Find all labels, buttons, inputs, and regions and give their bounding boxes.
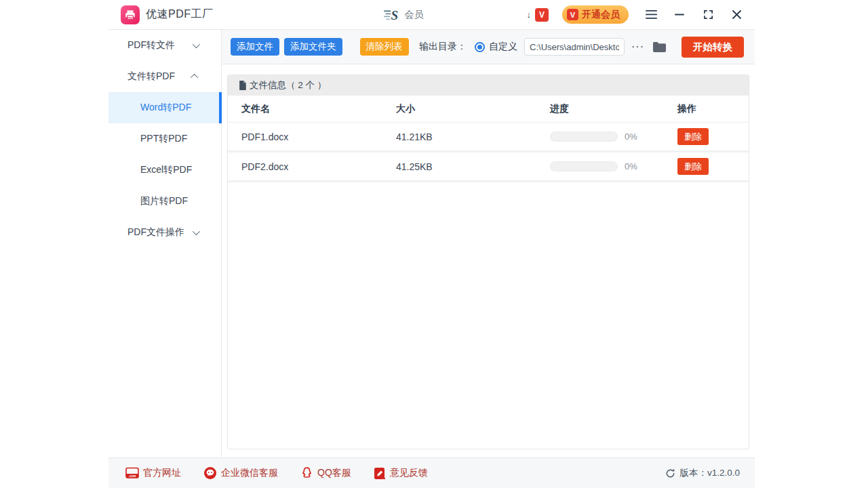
file-size: 41.25KB [396,161,550,172]
speed-s-logo-icon: S [383,7,401,23]
version-info: 版本：v1.2.0.0 [665,467,740,479]
custom-radio[interactable] [475,42,485,52]
svg-text:.com: .com [129,474,136,478]
folder-icon [652,41,667,53]
col-header-size: 大小 [396,103,550,115]
update-refresh-icon [665,468,675,479]
open-vip-label: 开通会员 [582,9,620,21]
feedback-icon [374,467,386,480]
svg-text:S: S [391,8,398,22]
output-path-input[interactable] [524,38,625,56]
col-header-progress: 进度 [550,103,677,115]
file-name: PDF2.docx [241,161,396,172]
sidebar-item-label: PPT转PDF [140,133,187,145]
minimize-icon [675,14,684,16]
fullscreen-icon [703,9,713,20]
qq-service-icon [300,466,313,480]
custom-radio-label: 自定义 [489,41,517,53]
vip-badge-icon[interactable]: V [535,8,549,22]
footer-link-label: QQ客服 [317,467,351,479]
website-com-icon: .com [125,467,139,479]
sidebar-item-word-to-pdf[interactable]: Word转PDF [108,92,221,123]
col-header-action: 操作 [677,103,749,115]
sidebar-group-label: PDF文件操作 [127,226,184,239]
app-logo-icon: PDF [121,5,140,24]
sidebar-group-file-to-pdf[interactable]: 文件转PDF [108,61,221,92]
footer-bar: .com 官方网址 企业微信客服 QQ客服 意见反馈 版本：v1.2.0.0 [108,458,755,488]
maximize-button[interactable] [702,9,714,21]
delete-button[interactable]: 删除 [677,128,709,145]
open-vip-button[interactable]: V 开通会员 [562,5,629,24]
close-button[interactable] [730,9,743,21]
close-icon [732,10,741,19]
table-row: PDF1.docx 41.21KB 0% 删除 [228,123,749,152]
col-header-filename: 文件名 [241,103,396,115]
delete-button[interactable]: 删除 [677,158,709,175]
sidebar-group-label: PDF转文件 [127,39,175,52]
table-row: PDF2.docx 41.25KB 0% 删除 [228,152,749,182]
sidebar-item-label: Excel转PDF [140,164,192,176]
file-list-panel: 文件信息（ 2 个 ） 文件名 大小 进度 操作 PDF1.docx 41.21… [227,75,749,449]
app-window: PDF 优速PDF工厂 S 会员 ↓ V V 开通会员 [108,0,755,488]
member-entry[interactable]: S 会员 [383,7,424,23]
content-zone: 文件信息（ 2 个 ） 文件名 大小 进度 操作 PDF1.docx 41.21… [222,64,755,458]
sidebar-item-label: 图片转PDF [140,195,188,207]
progress-bar [550,161,618,171]
chevron-up-icon [191,74,198,81]
progress-bar [550,131,618,142]
sidebar-item-label: Word转PDF [140,102,191,114]
download-arrow-icon: ↓ [527,9,532,20]
progress-percent: 0% [625,131,637,142]
chevron-down-icon [193,228,200,235]
menu-button[interactable] [645,9,657,21]
add-file-button[interactable]: 添加文件 [231,38,279,56]
wechat-service-icon [203,466,217,480]
sidebar-group-label: 文件转PDF [127,70,175,83]
wechat-service-link[interactable]: 企业微信客服 [203,466,278,480]
member-label: 会员 [405,9,424,21]
footer-link-label: 企业微信客服 [221,467,278,479]
app-title: 优速PDF工厂 [146,7,214,22]
table-header: 文件名 大小 进度 操作 [228,96,749,123]
browse-more-button[interactable]: ··· [631,41,644,53]
official-website-link[interactable]: .com 官方网址 [125,467,181,479]
sidebar-item-image-to-pdf[interactable]: 图片转PDF [108,186,221,217]
document-icon [238,81,247,90]
sidebar-group-pdf-to-file[interactable]: PDF转文件 [108,30,221,61]
start-convert-button[interactable]: 开始转换 [682,37,744,58]
footer-link-label: 官方网址 [143,467,181,479]
vip-badge-icon: V [567,9,578,20]
version-label: 版本：v1.2.0.0 [679,467,740,479]
sidebar-item-ppt-to-pdf[interactable]: PPT转PDF [108,123,221,155]
hamburger-icon [646,10,657,19]
sidebar: PDF转文件 文件转PDF Word转PDF PPT转PDF Excel转PDF… [108,30,222,458]
progress-percent: 0% [625,161,637,171]
toolbar: 添加文件 添加文件夹 清除列表 输出目录： 自定义 ··· 开始转换 [222,30,755,64]
svg-text:PDF: PDF [127,16,134,19]
sidebar-group-pdf-operations[interactable]: PDF文件操作 [108,217,221,248]
sidebar-item-excel-to-pdf[interactable]: Excel转PDF [108,155,221,186]
title-bar: PDF 优速PDF工厂 S 会员 ↓ V V 开通会员 [108,0,755,30]
add-folder-button[interactable]: 添加文件夹 [284,38,342,56]
feedback-link[interactable]: 意见反馈 [374,467,428,480]
output-dir-label: 输出目录： [419,41,467,53]
minimize-button[interactable] [673,9,686,21]
file-info-bar: 文件信息（ 2 个 ） [228,75,749,96]
file-size: 41.21KB [396,131,550,142]
open-folder-button[interactable] [652,41,667,53]
file-info-title: 文件信息（ 2 个 ） [250,79,326,92]
main-area: 添加文件 添加文件夹 清除列表 输出目录： 自定义 ··· 开始转换 文 [222,30,755,458]
footer-link-label: 意见反馈 [390,467,428,479]
file-name: PDF1.docx [241,131,396,142]
chevron-down-icon [193,41,200,48]
qq-service-link[interactable]: QQ客服 [300,466,351,480]
clear-list-button[interactable]: 清除列表 [360,38,409,56]
